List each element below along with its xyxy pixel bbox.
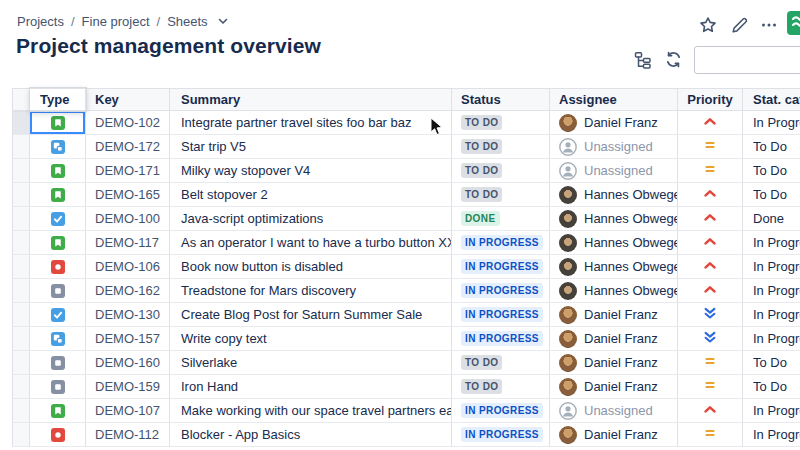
status-category-cell[interactable]: In Progress xyxy=(743,327,800,351)
type-cell[interactable] xyxy=(30,375,86,399)
status-category-cell[interactable]: In Progress xyxy=(743,255,800,279)
column-header-stat-cat[interactable]: Stat. cat. xyxy=(743,88,800,111)
key-cell[interactable]: DEMO-160 xyxy=(86,351,170,375)
summary-cell[interactable]: Create Blog Post for Saturn Summer Sale xyxy=(170,303,452,327)
assignee-cell[interactable]: Unassigned xyxy=(550,135,678,159)
priority-cell[interactable] xyxy=(678,207,743,231)
assignee-cell[interactable]: Daniel Franz xyxy=(550,111,678,135)
row-gutter[interactable] xyxy=(12,279,30,303)
type-cell[interactable] xyxy=(30,351,86,375)
column-header-summary[interactable]: Summary xyxy=(170,88,452,111)
type-cell[interactable] xyxy=(30,327,86,351)
type-cell[interactable] xyxy=(30,255,86,279)
key-cell[interactable]: DEMO-112 xyxy=(86,423,170,447)
priority-cell[interactable] xyxy=(678,375,743,399)
row-gutter[interactable] xyxy=(12,399,30,423)
key-cell[interactable]: DEMO-162 xyxy=(86,279,170,303)
app-button[interactable] xyxy=(787,11,800,35)
status-category-cell[interactable]: To Do xyxy=(743,375,800,399)
row-gutter[interactable] xyxy=(12,111,30,135)
summary-cell[interactable]: As an operator I want to have a turbo bu… xyxy=(170,231,452,255)
assignee-cell[interactable]: Hannes Obweger xyxy=(550,207,678,231)
summary-cell[interactable]: Blocker - App Basics xyxy=(170,423,452,447)
assignee-cell[interactable]: Hannes Obweger xyxy=(550,183,678,207)
assignee-cell[interactable]: Daniel Franz xyxy=(550,423,678,447)
status-category-cell[interactable]: To Do xyxy=(743,351,800,375)
row-gutter[interactable] xyxy=(12,255,30,279)
breadcrumb-item-sheets[interactable]: Sheets xyxy=(167,14,207,29)
column-header-assignee[interactable]: Assignee xyxy=(550,88,678,111)
key-cell[interactable]: DEMO-172 xyxy=(86,135,170,159)
key-cell[interactable]: DEMO-165 xyxy=(86,183,170,207)
status-category-cell[interactable]: To Do xyxy=(743,183,800,207)
assignee-cell[interactable]: Daniel Franz xyxy=(550,303,678,327)
more-button[interactable] xyxy=(757,13,781,37)
favorite-button[interactable] xyxy=(696,13,720,37)
key-cell[interactable]: DEMO-107 xyxy=(86,399,170,423)
status-cell[interactable]: IN PROGRESS xyxy=(452,327,550,351)
priority-cell[interactable] xyxy=(678,279,743,303)
summary-cell[interactable]: Write copy text xyxy=(170,327,452,351)
type-cell[interactable] xyxy=(30,183,86,207)
status-cell[interactable]: TO DO xyxy=(452,375,550,399)
row-gutter[interactable] xyxy=(12,183,30,207)
hierarchy-button[interactable] xyxy=(630,49,656,73)
status-category-cell[interactable]: In Progress xyxy=(743,423,800,447)
status-category-cell[interactable]: In Progress xyxy=(743,303,800,327)
breadcrumb-item-projects[interactable]: Projects xyxy=(17,14,64,29)
status-category-cell[interactable]: To Do xyxy=(743,135,800,159)
priority-cell[interactable] xyxy=(678,399,743,423)
column-header-type[interactable]: Type xyxy=(30,88,86,111)
edit-button[interactable] xyxy=(727,13,751,37)
status-category-cell[interactable]: Done xyxy=(743,207,800,231)
key-cell[interactable]: DEMO-159 xyxy=(86,375,170,399)
status-category-cell[interactable]: In Progress xyxy=(743,399,800,423)
status-cell[interactable]: IN PROGRESS xyxy=(452,303,550,327)
key-cell[interactable]: DEMO-117 xyxy=(86,231,170,255)
key-cell[interactable]: DEMO-130 xyxy=(86,303,170,327)
type-cell[interactable] xyxy=(30,279,86,303)
summary-cell[interactable]: Treadstone for Mars discovery xyxy=(170,279,452,303)
summary-cell[interactable]: Iron Hand xyxy=(170,375,452,399)
search-input[interactable] xyxy=(694,46,800,74)
assignee-cell[interactable]: Daniel Franz xyxy=(550,375,678,399)
status-cell[interactable]: TO DO xyxy=(452,111,550,135)
row-gutter[interactable] xyxy=(12,327,30,351)
priority-cell[interactable] xyxy=(678,111,743,135)
priority-cell[interactable] xyxy=(678,351,743,375)
status-cell[interactable]: TO DO xyxy=(452,351,550,375)
key-cell[interactable]: DEMO-100 xyxy=(86,207,170,231)
status-cell[interactable]: IN PROGRESS xyxy=(452,231,550,255)
status-cell[interactable]: DONE xyxy=(452,207,550,231)
priority-cell[interactable] xyxy=(678,255,743,279)
status-cell[interactable]: IN PROGRESS xyxy=(452,255,550,279)
type-cell[interactable] xyxy=(30,231,86,255)
column-header-status[interactable]: Status xyxy=(452,88,550,111)
row-gutter[interactable] xyxy=(12,207,30,231)
row-gutter[interactable] xyxy=(12,231,30,255)
summary-cell[interactable]: Star trip V5 xyxy=(170,135,452,159)
row-gutter[interactable] xyxy=(12,303,30,327)
assignee-cell[interactable]: Hannes Obweger xyxy=(550,279,678,303)
status-category-cell[interactable]: In Progress xyxy=(743,279,800,303)
type-cell[interactable] xyxy=(30,399,86,423)
status-category-cell[interactable]: In Progress xyxy=(743,231,800,255)
assignee-cell[interactable]: Hannes Obweger xyxy=(550,255,678,279)
refresh-button[interactable] xyxy=(660,49,686,73)
priority-cell[interactable] xyxy=(678,231,743,255)
type-cell[interactable] xyxy=(30,135,86,159)
summary-cell[interactable]: Integrate partner travel sites foo bar b… xyxy=(170,111,452,135)
priority-cell[interactable] xyxy=(678,135,743,159)
key-cell[interactable]: DEMO-157 xyxy=(86,327,170,351)
priority-cell[interactable] xyxy=(678,303,743,327)
summary-cell[interactable]: Belt stopover 2 xyxy=(170,183,452,207)
column-header-key[interactable]: Key xyxy=(86,88,170,111)
assignee-cell[interactable]: Hannes Obweger xyxy=(550,231,678,255)
assignee-cell[interactable]: Daniel Franz xyxy=(550,351,678,375)
row-gutter[interactable] xyxy=(12,135,30,159)
priority-cell[interactable] xyxy=(678,327,743,351)
summary-cell[interactable]: Java-script optimizations xyxy=(170,207,452,231)
status-cell[interactable]: TO DO xyxy=(452,183,550,207)
assignee-cell[interactable]: Daniel Franz xyxy=(550,327,678,351)
row-gutter[interactable] xyxy=(12,351,30,375)
